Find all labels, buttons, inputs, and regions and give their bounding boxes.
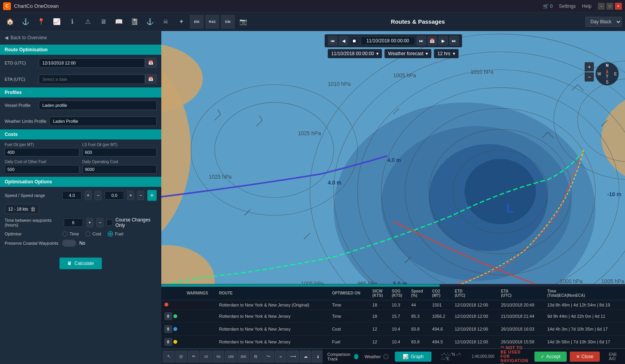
map-zoom-in-button[interactable]: + bbox=[585, 62, 594, 71]
coastal-toggle[interactable] bbox=[62, 240, 76, 247]
nav-star-icon[interactable]: ✦ bbox=[174, 15, 188, 29]
nav-camera-icon[interactable]: 📷 bbox=[236, 15, 250, 29]
speed-max-minus-button[interactable]: − bbox=[137, 191, 144, 200]
settings-link[interactable]: Settings bbox=[559, 3, 576, 9]
map-container[interactable]: 1010 hPa 1005 hPa 1010 hPa 1025 hPa 1025… bbox=[161, 31, 625, 364]
playback-prev-button[interactable]: ◀ bbox=[339, 36, 348, 45]
daily-cost-input[interactable] bbox=[5, 165, 79, 174]
time-radio-dot[interactable] bbox=[62, 231, 68, 237]
nav-info-icon[interactable]: ℹ bbox=[65, 15, 79, 29]
close-button[interactable]: ✕ Close bbox=[570, 352, 600, 362]
back-to-overview-button[interactable]: ◀ Back to Overview bbox=[0, 31, 161, 45]
speed-min-minus-button[interactable]: − bbox=[95, 191, 102, 200]
calculate-button[interactable]: 🖩 Calculate bbox=[59, 258, 101, 269]
row2-controls: 🗑 bbox=[161, 310, 183, 323]
row2-route: Rotterdam to New York & New Jersey bbox=[216, 310, 329, 323]
fuel-oil-input[interactable] bbox=[5, 148, 79, 157]
nav-book-icon[interactable]: 📖 bbox=[112, 15, 126, 29]
cost-radio-dot[interactable] bbox=[85, 231, 91, 237]
page-title: Routes & Passages bbox=[252, 18, 584, 25]
toolbar-draw-button[interactable]: ✏ bbox=[188, 351, 199, 362]
row3-optimised: Cost bbox=[329, 323, 369, 336]
playback-calendar-button[interactable]: 📅 bbox=[428, 36, 437, 45]
date-from-select[interactable]: 11/10/2018 00:00:00 ▾ bbox=[328, 49, 382, 58]
nav-chart-icon[interactable]: 📈 bbox=[50, 15, 64, 29]
waypoints-minus-button[interactable]: − bbox=[96, 218, 103, 227]
left-panel: ◀ Back to Overview Route Optimisation ET… bbox=[0, 31, 161, 364]
playback-last-button[interactable]: ⏭ bbox=[449, 36, 459, 45]
ls-fuel-input[interactable] bbox=[82, 148, 157, 157]
nav-dm-icon[interactable]: DM bbox=[221, 15, 235, 29]
close-button[interactable]: ✕ bbox=[615, 3, 622, 10]
toolbar-pointer-button[interactable]: ↖ bbox=[163, 351, 175, 362]
toolbar-wind-button[interactable]: ≈ bbox=[275, 351, 286, 362]
toolbar-route-button[interactable]: R bbox=[250, 351, 262, 362]
row2-co2: 1056.2 bbox=[429, 310, 452, 323]
speed-max-plus-button[interactable]: + bbox=[127, 191, 134, 200]
etd-input[interactable] bbox=[39, 58, 145, 68]
map-zoom-out-button[interactable]: − bbox=[585, 72, 594, 82]
speed-max-input[interactable] bbox=[105, 191, 124, 200]
nav-nbook-icon[interactable]: 📓 bbox=[127, 15, 141, 29]
help-link[interactable]: Help bbox=[582, 3, 592, 9]
eta-input[interactable] bbox=[39, 75, 145, 84]
maximize-button[interactable]: □ bbox=[606, 3, 613, 10]
optimise-cost-option[interactable]: Cost bbox=[85, 231, 101, 237]
fuel-radio-dot[interactable] bbox=[108, 231, 113, 237]
toolbar-zoom50-button[interactable]: 50 bbox=[213, 351, 224, 362]
speed-min-input[interactable] bbox=[62, 191, 82, 200]
weather-radio[interactable] bbox=[383, 354, 389, 359]
daily-op-input[interactable] bbox=[82, 165, 157, 174]
etd-row: ETD (UTC) 📅 bbox=[0, 55, 161, 71]
nav-display-icon[interactable]: 🖥 bbox=[96, 15, 110, 29]
etd-calendar-button[interactable]: 📅 bbox=[145, 58, 157, 68]
playback-play-button[interactable]: ▶ bbox=[438, 36, 448, 45]
optimise-time-option[interactable]: Time bbox=[62, 231, 79, 237]
speed-tag-remove-button[interactable]: 🗑 bbox=[30, 206, 36, 212]
overlay-select[interactable]: Weather forecast ▾ bbox=[384, 49, 431, 58]
theme-selector[interactable]: Day Black Day White Night Dusk bbox=[585, 17, 622, 27]
speed-min-plus-button[interactable]: + bbox=[85, 191, 92, 200]
interval-value: 12 hrs bbox=[437, 51, 450, 56]
nav-home-icon[interactable]: 🏠 bbox=[3, 15, 17, 29]
nav-warn-icon[interactable]: ⚠ bbox=[81, 15, 95, 29]
back-label: Back to Overview bbox=[10, 35, 47, 40]
weather-limits-select[interactable]: Laden Profile bbox=[49, 117, 157, 126]
row3-delete-button[interactable]: 🗑 bbox=[164, 325, 172, 333]
vessel-profile-select[interactable]: Laden profile bbox=[39, 101, 157, 110]
playback-next-button[interactable]: ⏭ bbox=[417, 36, 426, 45]
graph-btn-container: 📊 Graph bbox=[395, 352, 431, 362]
waypoints-plus-button[interactable]: + bbox=[86, 218, 93, 227]
row2-delete-button[interactable]: 🗑 bbox=[164, 312, 172, 320]
interval-select[interactable]: 12 hrs ▾ bbox=[434, 49, 458, 58]
nav-anchor2-icon[interactable]: ⚓ bbox=[143, 15, 157, 29]
toolbar-rain-button[interactable]: ☁ bbox=[300, 351, 311, 362]
toolbar-zoom10-button[interactable]: 10 bbox=[200, 351, 212, 362]
toolbar-current-button[interactable]: ⟿ bbox=[287, 351, 299, 362]
speed-add-button[interactable]: + bbox=[147, 190, 157, 201]
playback-first-button[interactable]: ⏮ bbox=[328, 36, 337, 45]
eta-calendar-button[interactable]: 📅 bbox=[145, 74, 157, 84]
graph-button[interactable]: 📊 Graph bbox=[395, 352, 431, 362]
nav-route-icon[interactable]: 📍 bbox=[34, 15, 48, 29]
speed-tag-label: 12 - 18 kts bbox=[8, 207, 28, 211]
nav-pirate-icon[interactable]: ☠ bbox=[159, 15, 173, 29]
accept-label: Accept bbox=[546, 354, 560, 359]
course-changes-checkbox[interactable] bbox=[106, 219, 112, 226]
playback-stop-button[interactable]: ⏹ bbox=[350, 36, 359, 45]
optimise-fuel-option[interactable]: Fuel bbox=[108, 231, 123, 237]
comparison-track-radio[interactable] bbox=[354, 354, 358, 359]
cart-icon[interactable]: 🛒 0 bbox=[543, 3, 553, 9]
row4-delete-button[interactable]: 🗑 bbox=[164, 338, 172, 346]
nav-anchor-icon[interactable]: ⚓ bbox=[19, 15, 33, 29]
accept-button[interactable]: ✓ Accept bbox=[534, 352, 567, 362]
toolbar-zoom150-button[interactable]: 150 bbox=[225, 351, 237, 362]
nav-em-icon[interactable]: EM bbox=[190, 15, 204, 29]
toolbar-select-button[interactable]: ◎ bbox=[175, 351, 187, 362]
toolbar-wave-button[interactable]: 〜 bbox=[262, 351, 274, 362]
toolbar-temp-button[interactable]: 🌡 bbox=[312, 351, 324, 362]
waypoints-input[interactable] bbox=[64, 218, 83, 227]
toolbar-zoom350-button[interactable]: 350 bbox=[237, 351, 249, 362]
nav-r4s-icon[interactable]: R4S bbox=[205, 15, 219, 29]
minimize-button[interactable]: − bbox=[598, 3, 605, 10]
